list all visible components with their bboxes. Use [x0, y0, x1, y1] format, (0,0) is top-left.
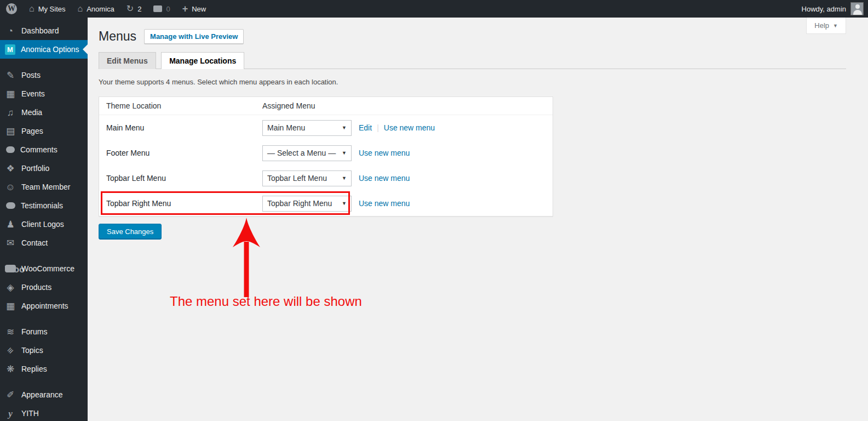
sidebar-item-posts[interactable]: ✎ Posts [0, 66, 88, 84]
save-changes-button[interactable]: Save Changes [99, 224, 162, 240]
sidebar-item-label: Forums [21, 327, 47, 336]
sidebar-item-label: WooCommerce [21, 264, 74, 273]
pushpin-icon: ✎ [5, 71, 16, 80]
theme-support-description: Your theme supports 4 menus. Select whic… [99, 78, 846, 86]
column-theme-location: Theme Location [99, 101, 262, 110]
sidebar-item-label: Anomica Options [21, 45, 79, 54]
page-title: Menus [99, 29, 136, 44]
assigned-menu-select[interactable]: Topbar Right Menu ▼ [262, 196, 352, 212]
wordpress-menu[interactable]: W [0, 0, 23, 18]
tab-manage-locations[interactable]: Manage Locations [161, 52, 244, 69]
help-button[interactable]: Help ▼ [806, 18, 846, 34]
person-icon: ♟ [5, 220, 16, 229]
table-row: Main Menu Main Menu ▼ Edit | Use new men… [99, 115, 553, 140]
sidebar-gap [0, 59, 88, 66]
sidebar-item-yith[interactable]: y YITH [0, 404, 88, 421]
sidebar-gap [0, 252, 88, 259]
assigned-menu-select[interactable]: Topbar Left Menu ▼ [262, 170, 352, 186]
yith-logo-icon: y [5, 409, 16, 418]
sidebar-item-label: Dashboard [21, 26, 59, 35]
sidebar-item-label: Media [21, 108, 42, 117]
site-name-label: Anomica [87, 5, 114, 13]
sidebar-gap [0, 378, 88, 385]
my-sites-menu[interactable]: ⌂ My Sites [23, 0, 72, 18]
sidebar-item-appointments[interactable]: ▦ Appointments [0, 297, 88, 315]
topics-icon: ≡ [5, 345, 15, 355]
my-sites-label: My Sites [38, 5, 66, 13]
sidebar-item-client-logos[interactable]: ♟ Client Logos [0, 215, 88, 234]
woocommerce-icon: Woo [5, 265, 16, 272]
table-row: Topbar Left Menu Topbar Left Menu ▼ Use … [99, 166, 553, 191]
sidebar-item-topics[interactable]: ≡ Topics [0, 341, 88, 360]
sidebar-item-replies[interactable]: ❋ Replies [0, 360, 88, 378]
select-caret-icon: ▼ [342, 150, 347, 156]
account-menu[interactable]: Howdy, admin [802, 2, 868, 15]
sidebar-item-team-member[interactable]: ☺ Team Member [0, 178, 88, 196]
select-caret-icon: ▼ [342, 175, 347, 181]
selected-menu-value: Topbar Left Menu [267, 174, 327, 183]
use-new-menu-link[interactable]: Use new menu [384, 123, 435, 132]
chevron-down-icon: ▼ [833, 23, 838, 29]
sidebar-item-anomica-options[interactable]: M Anomica Options [0, 40, 88, 59]
sidebar-item-label: Posts [21, 71, 41, 79]
home-icon: ⌂ [78, 4, 83, 13]
sidebar-item-media[interactable]: ♫ Media [0, 103, 88, 122]
link-separator: | [377, 123, 379, 132]
box-icon: ◈ [5, 283, 16, 292]
dashboard-icon: ◔ [5, 26, 16, 36]
sidebar-item-testimonials[interactable]: ⋯ Testimonials [0, 196, 88, 215]
testimonial-bubble-icon: ⋯ [6, 202, 15, 209]
location-label: Topbar Right Menu [99, 199, 262, 208]
select-caret-icon: ▼ [342, 125, 347, 130]
location-label: Topbar Left Menu [99, 174, 262, 183]
manage-live-preview-button[interactable]: Manage with Live Preview [144, 29, 244, 44]
tab-bar: Edit Menus Manage Locations [99, 52, 846, 69]
portfolio-grid-icon: ❖ [5, 164, 16, 173]
updates-menu[interactable]: ↻ 2 [120, 0, 148, 18]
sidebar-item-appearance[interactable]: ✐ Appearance [0, 385, 88, 404]
select-caret-icon: ▼ [342, 201, 347, 206]
sidebar-item-label: Client Logos [21, 220, 64, 229]
comment-bubble-icon [6, 146, 15, 153]
use-new-menu-link[interactable]: Use new menu [359, 149, 410, 157]
use-new-menu-link[interactable]: Use new menu [359, 174, 410, 183]
new-content-menu[interactable]: + New [176, 0, 212, 18]
avatar [850, 2, 864, 15]
sidebar-item-products[interactable]: ◈ Products [0, 278, 88, 297]
sidebar-item-pages[interactable]: ▤ Pages [0, 122, 88, 140]
sidebar-item-label: Portfolio [21, 164, 49, 173]
site-name-menu[interactable]: ⌂ Anomica [72, 0, 120, 18]
table-header: Theme Location Assigned Menu [99, 97, 553, 115]
edit-menu-link[interactable]: Edit [359, 123, 372, 132]
sidebar-item-label: Team Member [21, 183, 70, 191]
sidebar-item-events[interactable]: ▦ Events [0, 84, 88, 103]
sidebar-item-label: Products [21, 283, 51, 292]
sidebar-item-label: Testimonials [21, 201, 63, 210]
sidebar-item-woocommerce[interactable]: Woo WooCommerce [0, 259, 88, 278]
sidebar-item-label: Comments [20, 145, 58, 154]
selected-menu-value: Topbar Right Menu [267, 199, 332, 208]
sidebar-item-contact[interactable]: ✉ Contact [0, 234, 88, 252]
sidebar-item-dashboard[interactable]: ◔ Dashboard [0, 21, 88, 40]
sidebar-item-portfolio[interactable]: ❖ Portfolio [0, 159, 88, 178]
updates-icon: ↻ [127, 4, 134, 13]
envelope-icon: ✉ [5, 238, 16, 248]
sidebar-item-label: Contact [21, 238, 48, 247]
assigned-menu-select[interactable]: Main Menu ▼ [262, 120, 352, 136]
anomica-logo-icon: M [5, 44, 15, 55]
column-assigned-menu: Assigned Menu [262, 101, 315, 110]
location-label: Footer Menu [99, 149, 262, 157]
sidebar-item-comments[interactable]: Comments [0, 140, 88, 159]
location-label: Main Menu [99, 123, 262, 132]
use-new-menu-link[interactable]: Use new menu [359, 199, 410, 208]
admin-sidebar: ◔ Dashboard M Anomica Options ✎ Posts ▦ … [0, 18, 88, 421]
tab-edit-menus[interactable]: Edit Menus [99, 52, 156, 69]
comments-menu[interactable]: 0 [147, 0, 176, 18]
bee-icon: ❋ [5, 365, 16, 374]
content-area: Help ▼ Menus Manage with Live Preview Ed… [88, 18, 868, 421]
brush-icon: ✐ [5, 390, 16, 400]
sidebar-item-forums[interactable]: ≋ Forums [0, 322, 88, 341]
assigned-menu-select[interactable]: — Select a Menu — ▼ [262, 145, 352, 161]
my-sites-icon: ⌂ [29, 4, 35, 13]
comments-bubble-icon [153, 5, 162, 12]
